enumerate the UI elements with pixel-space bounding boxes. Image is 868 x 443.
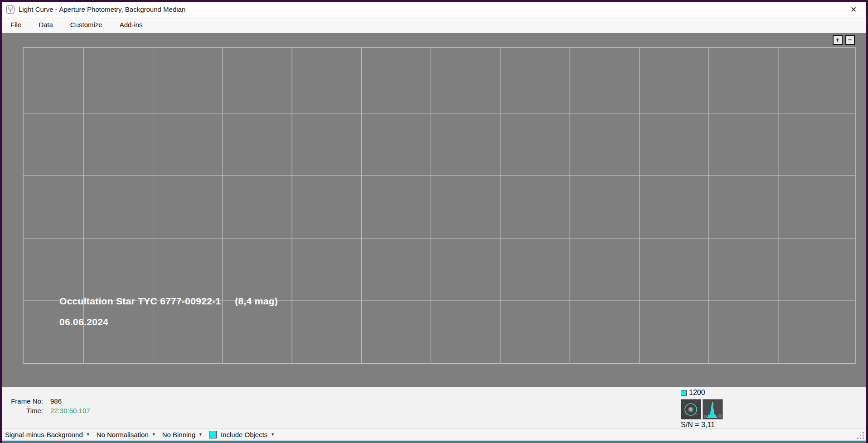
frame-number-row: Frame No:986 [5, 397, 62, 405]
object-legend: 1200 [681, 389, 705, 397]
chart-canvas[interactable] [2, 33, 866, 387]
menu-file[interactable]: File [8, 19, 24, 30]
include-objects-label: Include Objects [221, 431, 267, 438]
close-icon[interactable]: ✕ [848, 4, 859, 15]
menu-add-ins[interactable]: Add-ins [117, 19, 145, 30]
chevron-down-icon: ▼ [152, 432, 156, 437]
normalisation-dropdown[interactable]: No Normalisation ▼ [97, 431, 156, 438]
window-frame: Light Curve - Aperture Photometry, Backg… [0, 0, 868, 443]
zoom-out-button[interactable]: − [845, 35, 855, 45]
title-bar: Light Curve - Aperture Photometry, Backg… [2, 2, 866, 17]
frame-time-value: 22:30:50.107 [50, 407, 90, 414]
object-legend-value: 1200 [689, 389, 705, 397]
object-color-swatch [681, 390, 687, 396]
menu-bar: File Data Customize Add-ins [2, 17, 866, 33]
app-icon [6, 5, 15, 14]
binning-dropdown[interactable]: No Binning ▼ [162, 431, 203, 438]
frame-number-value: 986 [50, 397, 62, 405]
window-bottom-edge [2, 440, 866, 443]
zoom-in-button[interactable]: + [833, 35, 843, 45]
reduction-mode-label: Signal-minus-Background [5, 431, 83, 438]
chart-annotation-star: Occultation Star TYC 6777-00922-1 (8,4 m… [59, 296, 278, 307]
normalisation-label: No Normalisation [97, 431, 149, 438]
chevron-down-icon: ▼ [86, 432, 90, 437]
include-objects-dropdown[interactable]: Include Objects ▼ [209, 431, 275, 438]
psf-profile-image [703, 400, 723, 419]
resize-grip[interactable] [857, 432, 864, 439]
reduction-mode-dropdown[interactable]: Signal-minus-Background ▼ [5, 431, 90, 438]
light-curve-chart[interactable]: + − Occultation Star TYC 6777-00922-1 (8… [2, 33, 866, 387]
star-aperture-thumbnail [681, 399, 701, 419]
chevron-down-icon: ▼ [271, 432, 275, 437]
status-panel: Frame No:986 Time:22:30:50.107 1200 [2, 387, 866, 428]
menu-data[interactable]: Data [36, 19, 56, 30]
chart-annotation-date: 06.06.2024 [59, 317, 108, 327]
object-color-swatch [209, 431, 217, 438]
frame-time-row: Time:22:30:50.107 [5, 407, 90, 414]
psf-profile-thumbnail [703, 399, 723, 419]
frame-time-label: Time: [5, 407, 43, 414]
app-window: Light Curve - Aperture Photometry, Backg… [2, 2, 866, 438]
chevron-down-icon: ▼ [199, 432, 203, 437]
binning-label: No Binning [162, 431, 195, 438]
frame-number-label: Frame No: [5, 397, 43, 405]
star-aperture-image [681, 400, 701, 419]
window-title: Light Curve - Aperture Photometry, Backg… [19, 5, 185, 13]
display-mode-toolbar: Signal-minus-Background ▼ No Normalisati… [2, 428, 866, 440]
target-object-panel: 1200 [679, 387, 769, 428]
menu-customize[interactable]: Customize [68, 19, 105, 30]
